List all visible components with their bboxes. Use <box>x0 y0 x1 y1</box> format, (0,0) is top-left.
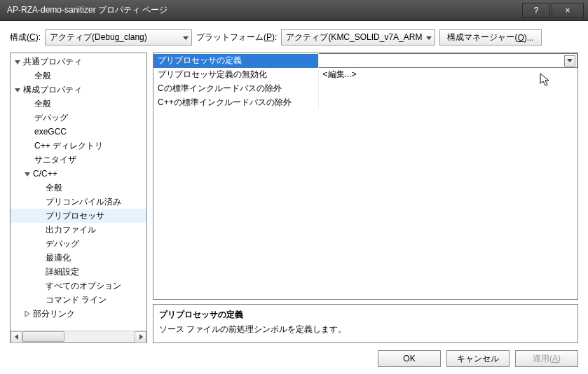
tree-item-advanced[interactable]: 詳細設定 <box>11 265 146 279</box>
tree-item-general[interactable]: 全般 <box>11 97 146 111</box>
platform-combo-value: アクティブ(KMC_SOLID_v7A_ARM <box>286 32 422 43</box>
platform-label: プラットフォーム(P): <box>196 32 277 43</box>
dialog-footer: OK キャンセル 適用(A) <box>10 350 578 367</box>
platform-combo[interactable]: アクティブ(KMC_SOLID_v7A_ARM <box>281 29 435 46</box>
prop-row-undef[interactable]: プリプロセッサ定義の無効化 <編集...> <box>153 68 577 82</box>
title-bar: AP-RZA-demo-sanitizer プロパティ ページ ? × <box>0 0 588 21</box>
description-title: プリプロセッサの定義 <box>159 309 572 321</box>
prop-row-c-exclude[interactable]: Cの標準インクルードパスの除外 <box>153 82 577 96</box>
ok-button[interactable]: OK <box>378 350 441 367</box>
tree-item-ccpp-general[interactable]: 全般 <box>11 181 146 195</box>
tree-item-exegcc[interactable]: exeGCC <box>11 125 146 139</box>
cancel-button[interactable]: キャンセル <box>446 350 510 367</box>
tree-panel: 共通プロパティ 全般 構成プロパティ 全般 デバッグ exeGCC C++ ディ… <box>10 53 147 343</box>
chevron-down-icon <box>426 33 432 43</box>
tree-item-ccpp[interactable]: C/C++ <box>11 167 146 181</box>
twisty-open-icon <box>13 57 22 66</box>
config-row: 構成(C): アクティブ(Debug_clang) プラットフォーム(P): ア… <box>10 29 578 46</box>
apply-button[interactable]: 適用(A) <box>515 350 578 367</box>
close-icon: × <box>565 6 570 15</box>
scroll-left-button[interactable] <box>11 331 22 343</box>
tree-item-output[interactable]: 出力ファイル <box>11 223 146 237</box>
twisty-open-icon <box>23 169 32 178</box>
category-tree[interactable]: 共通プロパティ 全般 構成プロパティ 全般 デバッグ exeGCC C++ ディ… <box>11 53 146 331</box>
twisty-closed-icon <box>23 310 32 318</box>
property-grid[interactable]: プリプロセッサの定義 プリプロセッサ定義の無効化 <編集...> Cの標準インク… <box>153 53 578 300</box>
prop-row-preprocessor-def[interactable]: プリプロセッサの定義 <box>153 54 577 68</box>
scroll-right-button[interactable] <box>135 331 146 343</box>
tree-item-ccpp-debug[interactable]: デバッグ <box>11 237 146 251</box>
tree-item-common-general[interactable]: 全般 <box>11 69 146 83</box>
tree-item-partial-link[interactable]: 部分リンク <box>11 307 146 321</box>
tree-item-sanitizer[interactable]: サニタイザ <box>11 153 146 167</box>
config-combo-value: アクティブ(Debug_clang) <box>50 32 147 43</box>
tree-item-debug[interactable]: デバッグ <box>11 111 146 125</box>
chevron-down-icon <box>183 33 189 43</box>
twisty-open-icon <box>13 85 22 94</box>
tree-item-config[interactable]: 構成プロパティ <box>11 83 146 97</box>
tree-item-cmdline[interactable]: コマンド ライン <box>11 293 146 307</box>
description-body: ソース ファイルの前処理シンボルを定義します。 <box>159 324 572 335</box>
config-label: 構成(C): <box>10 32 41 43</box>
tree-item-all-options[interactable]: すべてのオプション <box>11 279 146 293</box>
description-box: プリプロセッサの定義 ソース ファイルの前処理シンボルを定義します。 <box>153 304 578 343</box>
scroll-track[interactable] <box>22 331 135 343</box>
window-title: AP-RZA-demo-sanitizer プロパティ ページ <box>7 4 521 16</box>
tree-horizontal-scrollbar[interactable] <box>11 331 146 342</box>
scroll-thumb[interactable] <box>22 331 64 342</box>
config-manager-button[interactable]: 構成マネージャー(O)... <box>439 29 541 46</box>
tree-item-precompiled[interactable]: プリコンパイル済み <box>11 195 146 209</box>
tree-item-common[interactable]: 共通プロパティ <box>11 55 146 69</box>
help-icon: ? <box>534 6 539 15</box>
config-combo[interactable]: アクティブ(Debug_clang) <box>45 29 192 46</box>
tree-item-cpp-dirs[interactable]: C++ ディレクトリ <box>11 139 146 153</box>
tree-item-preprocessor[interactable]: プリプロセッサ <box>11 209 146 223</box>
tree-item-optimize[interactable]: 最適化 <box>11 251 146 265</box>
help-button[interactable]: ? <box>522 3 550 18</box>
prop-row-cpp-exclude[interactable]: C++の標準インクルードパスの除外 <box>153 96 577 110</box>
value-dropdown-button[interactable] <box>564 55 575 67</box>
close-button[interactable]: × <box>552 3 584 18</box>
